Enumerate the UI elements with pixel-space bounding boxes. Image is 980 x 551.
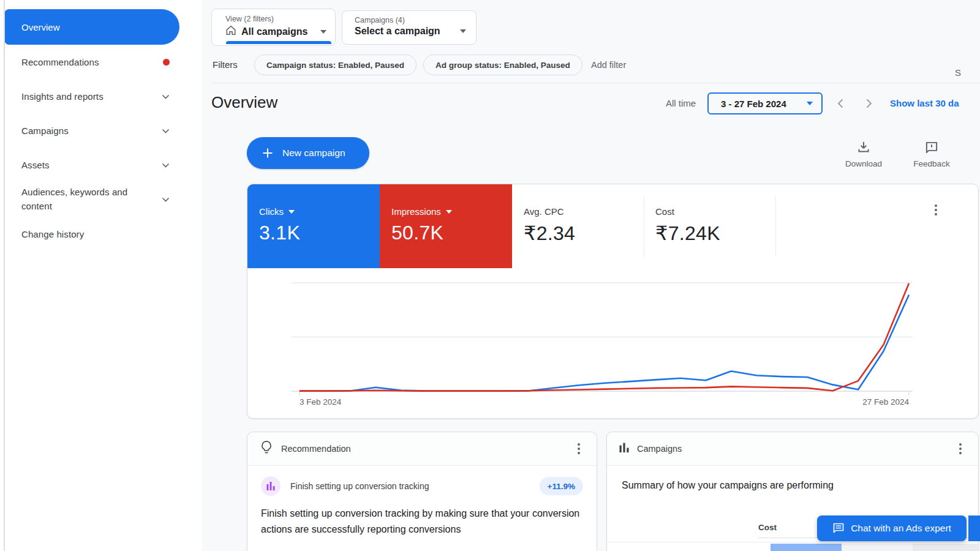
sidebar-item-insights-and-reports[interactable]: Insights and reports (5, 88, 184, 104)
dropdown-caret-icon (807, 102, 813, 105)
view-selector-value: All campaigns (241, 26, 307, 37)
scorecard-divider (644, 197, 644, 257)
scorecard-label: Impressions (391, 206, 441, 217)
card-menu-kebab-icon[interactable] (930, 203, 941, 217)
uplift-badge: +11.9% (540, 477, 583, 495)
sidebar-item-label: Overview (4, 22, 60, 32)
sidebar-item-label: Assets (5, 160, 50, 170)
chevron-down-icon (162, 91, 170, 102)
notification-dot-icon (163, 59, 170, 66)
scorecard-value: 3.1K (259, 222, 380, 244)
conversion-chart-icon (261, 476, 281, 496)
sidebar-item-label: Insights and reports (5, 91, 104, 102)
scorecard-label: Avg. CPC (524, 206, 564, 217)
campaigns-summary-text: Summary of how your campaigns are perfor… (622, 480, 834, 491)
next-period-button[interactable] (861, 96, 876, 111)
lightbulb-icon (260, 440, 273, 457)
recommendation-body-text: Finish setting up conversion tracking by… (261, 506, 582, 538)
overview-summary-card: Clicks 3.1K Impressions 50.7K Avg. CPC ₹… (247, 184, 979, 419)
sidebar-item-audiences-keywords-content[interactable]: Audiences, keywords and content (5, 185, 184, 213)
chat-with-ads-expert-button[interactable]: Chat with an Ads expert (817, 515, 967, 541)
scorecard-value: 50.7K (391, 222, 512, 244)
dropdown-caret-icon (288, 210, 295, 214)
chat-icon (832, 522, 845, 534)
scorecard-impressions[interactable]: Impressions 50.7K (380, 184, 512, 268)
feedback-icon (924, 140, 940, 156)
chart-line-clicks (300, 295, 909, 391)
new-campaign-button[interactable]: New campaign (247, 137, 369, 169)
card-header-title: Recommendation (281, 444, 351, 454)
filter-chip-campaign-status[interactable]: Campaign status: Enabled, Paused (254, 54, 417, 75)
card-menu-kebab-icon[interactable] (573, 441, 584, 456)
scorecard-value: ₹7.24K (655, 222, 775, 245)
feedback-label: Feedback (913, 159, 949, 168)
bar-chart-icon (619, 443, 629, 455)
campaign-selector-dropdown[interactable]: Campaigns (4) Select a campaign (342, 10, 477, 45)
previous-period-button[interactable] (834, 96, 848, 111)
download-icon (856, 140, 872, 156)
sidebar-item-change-history[interactable]: Change history (5, 226, 184, 242)
recommendation-card: Recommendation Finish setting up convers… (247, 432, 597, 551)
section-divider (211, 83, 980, 83)
overview-chart (247, 268, 978, 409)
sidebar-item-assets[interactable]: Assets (5, 157, 184, 173)
recommendation-item-title[interactable]: Finish setting up conversion tracking (290, 481, 429, 491)
sidebar-item-overview[interactable]: Overview (4, 9, 179, 45)
cost-bar-segment (913, 544, 979, 551)
sidebar-item-label: Change history (5, 229, 84, 239)
feedback-button[interactable]: Feedback (910, 140, 953, 168)
new-campaign-label: New campaign (282, 148, 345, 159)
sidebar-item-label: Campaigns (5, 126, 69, 136)
sidebar-item-campaigns[interactable]: Campaigns (5, 122, 184, 138)
x-axis-end-label: 27 Feb 2024 (811, 397, 909, 407)
date-range-selector[interactable]: 3 - 27 Feb 2024 (707, 92, 823, 114)
dropdown-caret-icon (460, 29, 466, 33)
window-edge-divider (4, 0, 5, 551)
campaign-selector-value: Select a campaign (355, 26, 440, 37)
view-selector-label: View (2 filters) (225, 15, 326, 23)
sidebar-item-label: Recommendations (5, 57, 99, 67)
chevron-down-icon (162, 126, 170, 136)
google-ads-overview-page: Overview Recommendations Insights and re… (0, 0, 980, 551)
scorecard-clicks[interactable]: Clicks 3.1K (247, 184, 380, 268)
download-label: Download (845, 159, 882, 168)
add-filter-button[interactable]: Add filter (591, 60, 626, 70)
time-scope-label: All time (666, 98, 696, 108)
dropdown-caret-icon (446, 210, 452, 214)
dropdown-caret-icon (320, 30, 326, 34)
date-range-value: 3 - 27 Feb 2024 (721, 99, 786, 109)
scorecard-label: Cost (655, 206, 674, 217)
page-title: Overview (211, 93, 277, 112)
campaign-selector-label: Campaigns (4) (355, 16, 466, 24)
card-header-title: Campaigns (637, 444, 682, 454)
sidebar-item-recommendations[interactable]: Recommendations (5, 54, 184, 70)
sidebar-nav: Overview Recommendations Insights and re… (0, 0, 202, 551)
view-selector-active-indicator (226, 41, 331, 44)
plus-icon (262, 147, 274, 159)
scorecard-label: Clicks (259, 206, 284, 217)
filters-label: Filters (213, 59, 238, 70)
chevron-down-icon (162, 192, 170, 206)
chevron-down-icon (162, 160, 170, 170)
chat-button-label: Chat with an Ads expert (851, 523, 951, 534)
x-axis-start-label: 3 Feb 2024 (300, 397, 341, 407)
scorecard-avg-cpc[interactable]: Avg. CPC ₹2.34 (512, 184, 644, 268)
cost-column-header[interactable]: Cost (758, 523, 777, 532)
clipped-edge-text: S (955, 67, 961, 78)
table-header-divider (607, 542, 979, 542)
cost-bar-segment (771, 544, 842, 551)
cost-bar-segment (842, 544, 913, 551)
download-button[interactable]: Download (842, 140, 885, 168)
view-selector-dropdown[interactable]: View (2 filters) All campaigns (211, 9, 336, 46)
scorecard-divider (775, 197, 776, 257)
chat-button-collapse-segment[interactable] (968, 515, 980, 541)
card-menu-kebab-icon[interactable] (955, 441, 966, 456)
sidebar-item-label: Audiences, keywords and content (5, 185, 138, 213)
scorecard-value: ₹2.34 (524, 222, 644, 245)
home-icon (225, 25, 236, 38)
filter-chip-ad-group-status[interactable]: Ad group status: Enabled, Paused (423, 54, 582, 75)
show-last-30-days-link[interactable]: Show last 30 da (890, 98, 959, 108)
scorecard-cost[interactable]: Cost ₹7.24K (644, 184, 775, 268)
